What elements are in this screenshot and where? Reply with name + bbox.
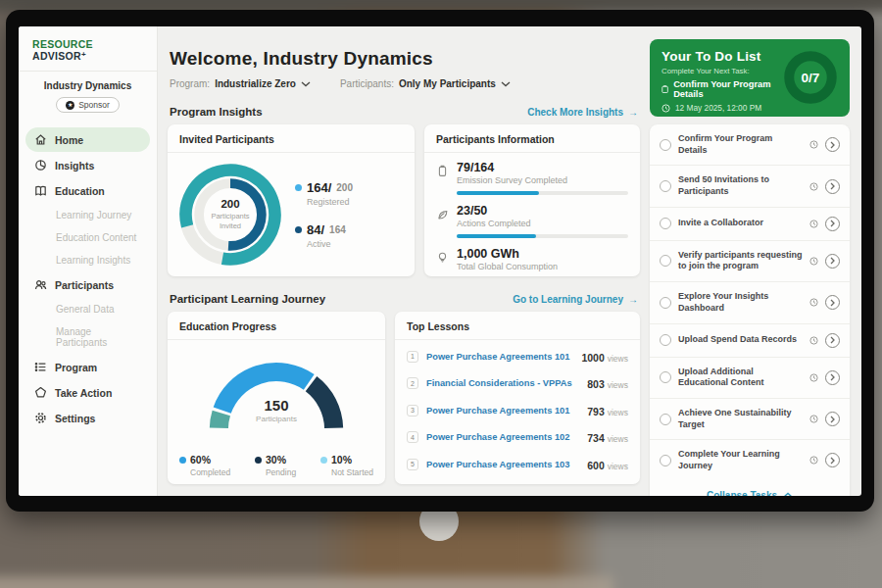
- lesson-row: 4 Power Purchase Agreements 102 734views: [395, 424, 640, 452]
- sidebar-item-education[interactable]: Education: [25, 178, 150, 203]
- lesson-link[interactable]: Power Purchase Agreements 101: [426, 352, 573, 362]
- learning-cards-row: Education Progress 150 Participants 60%: [168, 312, 640, 484]
- sidebar-item-settings[interactable]: Settings: [25, 406, 150, 430]
- chevron-right-icon: [830, 220, 835, 227]
- task-checkbox[interactable]: [660, 139, 671, 151]
- sidebar-item-education-content[interactable]: Education Content: [25, 226, 150, 249]
- task-checkbox[interactable]: [660, 297, 671, 309]
- todo-task-row[interactable]: Upload Spend Data Records: [650, 323, 850, 357]
- invited-total: 200: [220, 198, 239, 210]
- sidebar-item-program[interactable]: Program: [25, 355, 150, 379]
- chevron-right-icon: [830, 141, 835, 149]
- task-open-button[interactable]: [825, 137, 840, 152]
- sidebar-item-participants[interactable]: Participants: [25, 272, 150, 297]
- not-started-dot: [320, 457, 327, 464]
- invited-total-label: Participants Invited: [203, 212, 258, 231]
- lesson-link[interactable]: Power Purchase Agreements 102: [426, 432, 579, 442]
- lesson-row: 1 Power Purchase Agreements 101 1000view…: [395, 343, 640, 370]
- clock-icon: [809, 257, 818, 266]
- task-open-button[interactable]: [825, 295, 840, 310]
- consumption-bulb-icon: [436, 247, 449, 271]
- account-name: Industry Dynamics: [23, 80, 153, 91]
- task-checkbox[interactable]: [660, 255, 671, 267]
- app-logo: RESOURCE ADVISOR+: [19, 26, 157, 72]
- logo-plus: +: [81, 50, 86, 59]
- todo-task-row[interactable]: Invite a Collaborator: [650, 207, 850, 240]
- rank-badge: 1: [407, 351, 418, 363]
- sidebar-item-general-data[interactable]: General Data: [25, 298, 150, 320]
- todo-task-row[interactable]: Explore Your Insights Dashboard: [650, 281, 850, 322]
- task-checkbox[interactable]: [660, 371, 671, 383]
- actions-leaf-icon: [436, 204, 449, 238]
- insights-cards-row: Invited Participants 200: [168, 124, 640, 276]
- todo-task-row[interactable]: Verify participants requesting to join t…: [650, 240, 850, 281]
- todo-task-row[interactable]: Upload Additional Educational Content: [650, 357, 850, 398]
- legend-not-started: 10% Not Started: [320, 454, 373, 477]
- invited-donut-chart: 200 Participants Invited: [173, 158, 287, 271]
- chevron-up-icon: [783, 492, 793, 496]
- sidebar-item-manage-participants[interactable]: Manage Participants: [25, 320, 150, 354]
- sidebar-item-take-action[interactable]: Take Action: [25, 380, 150, 405]
- todo-task-row[interactable]: Achieve One Sustainability Target: [650, 398, 850, 439]
- registered-dot: [295, 184, 302, 191]
- todo-task-row[interactable]: Confirm Your Program Details: [650, 124, 850, 165]
- todo-column: Your To Do List Complete Your Next Task:…: [650, 26, 850, 496]
- chevron-right-icon: [830, 257, 835, 265]
- todo-task-row[interactable]: Send 50 Invitations to Participants: [650, 165, 850, 206]
- participants-filter-dropdown[interactable]: Participants: Only My Participants: [340, 78, 511, 89]
- legend-active: 84/ 164 Active: [295, 222, 353, 249]
- lesson-row: 3 Power Purchase Agreements 101 793views: [395, 397, 640, 424]
- home-icon: [34, 133, 47, 146]
- pending-dot: [255, 457, 262, 464]
- gauge-participants-label: Participants: [168, 415, 385, 423]
- todo-tasks-card: Confirm Your Program Details Send 50 Inv…: [650, 124, 850, 496]
- sidebar-item-learning-insights[interactable]: Learning Insights: [25, 249, 150, 271]
- sidebar-item-learning-journey[interactable]: Learning Journey: [25, 204, 150, 226]
- clock-icon: [662, 104, 670, 113]
- rank-badge: 2: [407, 377, 418, 389]
- insights-icon: [34, 159, 47, 172]
- todo-task-row[interactable]: Complete Your Learning Journey: [650, 439, 850, 480]
- section-title: Participant Learning Journey: [170, 293, 325, 305]
- dashboard-screen: RESOURCE ADVISOR+ Industry Dynamics ★ Sp…: [19, 26, 861, 496]
- sidebar-nav: Home Insights Education Learning Journey…: [19, 120, 157, 438]
- card-title: Education Progress: [168, 312, 385, 340]
- go-to-learning-journey-link[interactable]: Go to Learning Journey →: [513, 294, 638, 305]
- task-checkbox[interactable]: [660, 455, 671, 466]
- sidebar-item-insights[interactable]: Insights: [25, 153, 150, 177]
- account-block: Industry Dynamics ★ Sponsor: [19, 72, 157, 120]
- main-content: Welcome, Industry Dynamics Program: Indu…: [168, 26, 640, 496]
- task-open-button[interactable]: [825, 179, 840, 194]
- participants-icon: [34, 278, 47, 291]
- todo-progress-ring: 0/7: [782, 49, 839, 106]
- lesson-link[interactable]: Power Purchase Agreements 103: [426, 460, 579, 469]
- invited-participants-card: Invited Participants 200: [168, 124, 415, 276]
- lesson-link[interactable]: Power Purchase Agreements 101: [426, 406, 579, 416]
- rank-badge: 5: [407, 459, 418, 470]
- task-open-button[interactable]: [825, 412, 840, 426]
- task-checkbox[interactable]: [660, 180, 671, 192]
- program-filter-dropdown[interactable]: Program: Industrialize Zero: [170, 78, 311, 89]
- actions-progress-bar: [457, 234, 628, 238]
- task-checkbox[interactable]: [660, 414, 671, 425]
- task-open-button[interactable]: [825, 333, 840, 348]
- lesson-link[interactable]: Financial Considerations - VPPAs: [426, 378, 579, 388]
- task-open-button[interactable]: [825, 370, 840, 385]
- education-progress-card: Education Progress 150 Participants 60%: [168, 312, 385, 484]
- task-open-button[interactable]: [825, 254, 840, 269]
- check-more-insights-link[interactable]: Check More Insights →: [527, 107, 638, 118]
- task-checkbox[interactable]: [660, 218, 671, 229]
- arrow-right-icon: →: [628, 294, 638, 305]
- task-checkbox[interactable]: [660, 334, 671, 346]
- task-open-button[interactable]: [825, 217, 840, 231]
- card-title: Invited Participants: [168, 124, 415, 153]
- task-open-button[interactable]: [825, 453, 840, 467]
- rank-badge: 3: [407, 405, 418, 416]
- todo-title: Your To Do List: [662, 49, 776, 64]
- logo-text-advisor: ADVISOR: [32, 50, 81, 62]
- stat-global-consumption: 1,000 GWh Total Global Consumption: [436, 247, 628, 271]
- clock-icon: [809, 456, 818, 465]
- collapse-tasks-link[interactable]: Collapse Tasks: [650, 481, 850, 496]
- sidebar-item-home[interactable]: Home: [25, 127, 150, 152]
- chevron-right-icon: [830, 299, 835, 307]
